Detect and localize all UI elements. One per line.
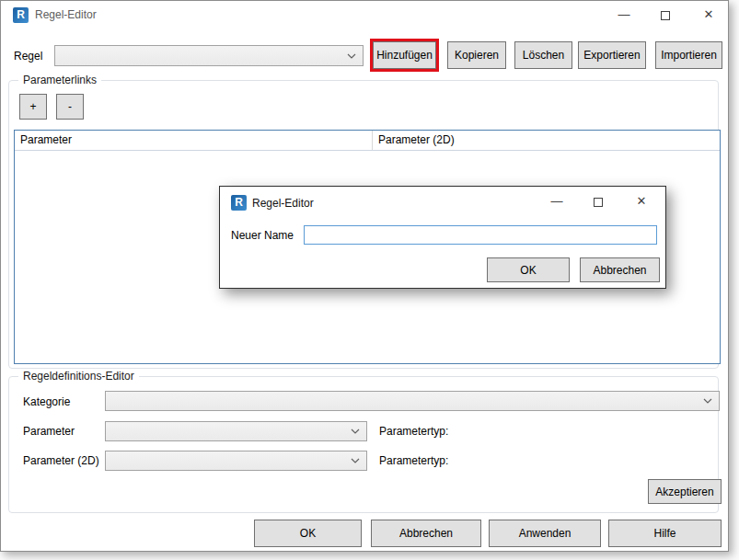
add-parameterlink-button[interactable]: + (19, 94, 47, 120)
anwenden-button[interactable]: Anwenden (489, 520, 601, 547)
parameter-2d-combobox[interactable] (105, 451, 367, 471)
column-header-parameter[interactable]: Parameter (15, 131, 373, 150)
maximize-icon[interactable] (661, 11, 670, 20)
close-icon[interactable]: ✕ (695, 7, 722, 21)
parameterlinks-title: Parameterlinks (18, 74, 101, 86)
dialog-ok-button[interactable]: OK (487, 257, 570, 282)
chevron-down-icon (347, 53, 356, 59)
loeschen-button[interactable]: Löschen (514, 41, 572, 69)
table-header-row: Parameter Parameter (2D) (15, 131, 720, 151)
chevron-down-icon (703, 398, 712, 404)
kategorie-label: Kategorie (23, 395, 70, 408)
chevron-down-icon (351, 429, 360, 434)
main-titlebar[interactable]: R Regel-Editor — ✕ (1, 1, 728, 29)
close-icon[interactable]: ✕ (628, 194, 655, 208)
parameter-combobox[interactable] (105, 421, 367, 441)
revit-app-icon: R (13, 7, 29, 23)
parameter-label: Parameter (23, 425, 75, 438)
regel-combobox[interactable] (54, 45, 364, 66)
window-title: Regel-Editor (35, 8, 97, 21)
neuer-name-input[interactable] (304, 225, 657, 245)
minimize-icon[interactable]: — (543, 194, 571, 208)
hilfe-button[interactable]: Hilfe (608, 520, 722, 547)
exportieren-button[interactable]: Exportieren (578, 41, 646, 69)
dialog-abbrechen-button[interactable]: Abbrechen (580, 257, 660, 282)
parametertyp-label-1: Parametertyp: (379, 425, 448, 438)
kategorie-combobox[interactable] (105, 391, 720, 411)
neuer-name-label: Neuer Name (231, 229, 294, 242)
importieren-button[interactable]: Importieren (655, 41, 722, 69)
ok-button[interactable]: OK (254, 520, 362, 547)
regel-label: Regel (14, 50, 42, 63)
minimize-icon[interactable]: — (610, 7, 638, 21)
parametertyp-label-2: Parametertyp: (379, 454, 448, 467)
remove-parameterlink-button[interactable]: - (56, 94, 84, 120)
neuer-name-dialog: R Regel-Editor — ✕ Neuer Name OK Abbrech… (219, 186, 666, 289)
kopieren-button[interactable]: Kopieren (447, 41, 506, 69)
abbrechen-button[interactable]: Abbrechen (371, 520, 481, 547)
hinzufuegen-button[interactable]: Hinzufügen (373, 41, 436, 69)
regeldefinitions-title: Regeldefinitions-Editor (18, 370, 139, 383)
akzeptieren-button[interactable]: Akzeptieren (648, 479, 722, 504)
parameter-2d-label: Parameter (2D) (23, 454, 99, 467)
maximize-icon[interactable] (594, 198, 603, 207)
dialog-title: Regel-Editor (252, 197, 314, 210)
revit-app-icon: R (231, 195, 247, 211)
regel-editor-window: R Regel-Editor — ✕ Regel Hinzufügen Kopi… (0, 0, 729, 552)
chevron-down-icon (351, 458, 360, 463)
column-header-parameter-2d[interactable]: Parameter (2D) (373, 131, 720, 150)
